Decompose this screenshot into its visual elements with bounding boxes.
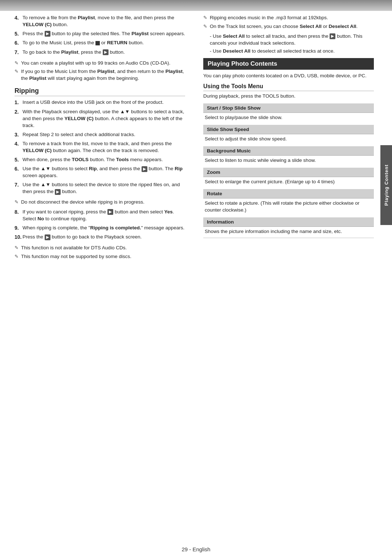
tool-item-header-speed: Slide Show Speed — [203, 125, 374, 134]
tool-item-header-information: Information — [203, 217, 374, 227]
list-item: 2. With the Playback screen displayed, u… — [15, 109, 185, 129]
ripping-numbered-list: 1. Insert a USB device into the USB jack… — [15, 99, 185, 195]
list-item: ✎ On the Track list screen, you can choo… — [203, 23, 374, 30]
list-item: ✎ Do not disconnect the device while rip… — [15, 199, 185, 206]
bottom-divider — [203, 238, 374, 238]
tool-item-desc-zoom: Select to enlarge the current picture. (… — [205, 179, 374, 185]
button-icon: ▶ — [103, 49, 109, 55]
right-column: ✎ Ripping encodes music in the .mp3 form… — [200, 15, 374, 263]
tool-item-information: Information Shows the picture informatio… — [203, 217, 374, 235]
list-item: 3. Repeat Step 2 to select and check add… — [15, 131, 185, 139]
button-icon: ▶ — [107, 209, 113, 215]
tool-item-desc-start-stop: Select to play/pause the slide show. — [205, 114, 374, 121]
list-item: 10. Press the ▶ button to go back to the… — [15, 234, 185, 241]
side-tab: Playing Content — [380, 145, 392, 225]
bullet-icon: ✎ — [203, 15, 210, 21]
list-item: 9. When ripping is complete, the "Rippin… — [15, 225, 185, 232]
list-item: 6. To go to the Music List, press the or… — [15, 40, 185, 47]
intro-numbered-list: 4. To remove a file from the Playlist, m… — [15, 15, 185, 56]
playing-photo-heading: Playing Photo Contents — [203, 58, 374, 70]
list-item: ✎ If you go to the Music List from the P… — [15, 68, 185, 82]
list-item: 1. Insert a USB device into the USB jack… — [15, 99, 185, 106]
bullet-icon: ✎ — [15, 199, 21, 206]
left-column: 4. To remove a file from the Playlist, m… — [15, 15, 189, 263]
tool-item-bg-music: Background Music Select to listen to mus… — [203, 146, 374, 164]
intro-bullet-list: ✎ You can create a playlist with up to 9… — [15, 60, 185, 82]
list-item: ✎ You can create a playlist with up to 9… — [15, 60, 185, 67]
button-icon: ▶ — [142, 166, 147, 172]
stop-icon — [95, 41, 100, 45]
playing-photo-intro: You can play photo contents located on a… — [203, 73, 374, 79]
list-item: 6. Use the ▲▼ buttons to select Rip, and… — [15, 165, 185, 179]
list-item: 5. When done, press the TOOLS button. Th… — [15, 156, 185, 164]
ripping-bullet-list-2: ✎ This function is not available for DTS… — [15, 245, 185, 260]
bullet-icon: ✎ — [15, 60, 21, 67]
bullet-icon: ✎ — [203, 23, 210, 30]
tool-item-start-stop: Start / Stop Slide Show Select to play/p… — [203, 103, 374, 121]
tool-item-rotate: Rotate Select to rotate a picture. (This… — [203, 189, 374, 214]
button-icon: ▶ — [330, 33, 335, 39]
bullet-icon: ✎ — [15, 68, 21, 82]
sub-dash-2: - Use Deselect All to deselect all selec… — [210, 48, 374, 55]
bullet-icon: ✎ — [15, 245, 21, 252]
sub-dash-1: - Use Select All to select all tracks, a… — [210, 33, 374, 47]
ripping-notes: ✎ Ripping encodes music in the .mp3 form… — [203, 15, 374, 30]
tool-item-desc-speed: Select to adjust the slide show speed. — [205, 136, 374, 143]
button-icon: ▶ — [45, 31, 50, 37]
ripping-numbered-list-2: 8. If you want to cancel ripping, press … — [15, 209, 185, 241]
top-decorative-bar — [0, 0, 392, 11]
tool-item-header-bg-music: Background Music — [203, 146, 374, 156]
tools-menu-heading: Using the Tools Menu — [203, 83, 374, 91]
content-wrapper: 4. To remove a file from the Playlist, m… — [15, 15, 374, 538]
two-column-layout: 4. To remove a file from the Playlist, m… — [15, 15, 374, 263]
tool-item-zoom: Zoom Select to enlarge the current pictu… — [203, 168, 374, 185]
button-icon: ▶ — [45, 234, 50, 240]
list-item: 4. To remove a file from the Playlist, m… — [15, 15, 185, 28]
tool-item-header-rotate: Rotate — [203, 189, 374, 199]
page-number: 29 - English — [181, 546, 210, 552]
list-item: ✎ Ripping encodes music in the .mp3 form… — [203, 15, 374, 21]
tool-item-header-zoom: Zoom — [203, 168, 374, 177]
list-item: 7. Use the ▲▼ buttons to select the devi… — [15, 181, 185, 195]
list-item: ✎ This function is not available for DTS… — [15, 245, 185, 252]
tool-item-speed: Slide Show Speed Select to adjust the sl… — [203, 125, 374, 143]
side-tab-label: Playing Content — [384, 164, 389, 206]
list-item: ✎ This function may not be supported by … — [15, 253, 185, 260]
tool-item-header-start-stop: Start / Stop Slide Show — [203, 103, 374, 113]
list-item: 8. If you want to cancel ripping, press … — [15, 209, 185, 222]
bullet-icon: ✎ — [15, 253, 21, 260]
button-icon: ▶ — [55, 189, 61, 195]
ripping-bullet-list-1: ✎ Do not disconnect the device while rip… — [15, 199, 185, 206]
tool-item-desc-rotate: Select to rotate a picture. (This will r… — [205, 200, 374, 214]
tool-item-desc-bg-music: Select to listen to music while viewing … — [205, 157, 374, 164]
list-item: 7. To go back to the Playlist, press the… — [15, 49, 185, 56]
tools-menu-intro: During playback, press the TOOLS button. — [203, 93, 374, 100]
list-item: 5. Press the ▶ button to play the select… — [15, 30, 185, 38]
list-item: 4. To remove a track from the list, move… — [15, 140, 185, 154]
ripping-heading: Ripping — [15, 87, 185, 96]
tool-item-desc-information: Shows the picture information including … — [205, 228, 374, 235]
